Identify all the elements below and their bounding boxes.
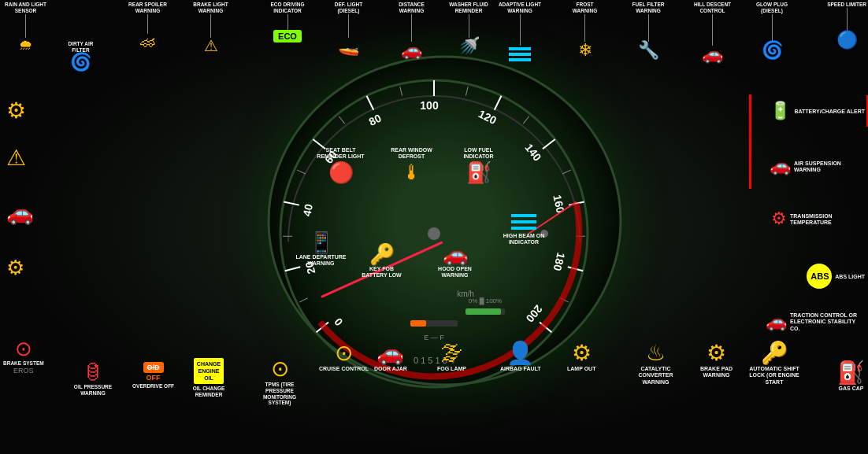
svg-line-30: [562, 169, 571, 173]
fuel-filter-label: FUEL FILTER WARNING 🔧: [625, 0, 672, 59]
gas-cap-indicator: ⛽ GAS CAP: [837, 362, 865, 392]
air-suspension-indicator: 🚗 AIR SUSPENSION WARNING: [770, 157, 865, 175]
svg-text:0% ▓ 100%: 0% ▓ 100%: [469, 297, 502, 305]
door-ajar-indicator: 🚗 DOOR AJAR: [374, 342, 407, 372]
traction-control-indicator: 🚗 TRACTION CONTROL OR ELECTRONIC STABILI…: [766, 311, 865, 332]
def-light-label: DEF. LIGHT (Diesel) 🚤: [327, 0, 370, 55]
catalytic-converter-indicator: ♨ CATALYTIC CONVERTER WARNING: [630, 342, 681, 386]
brake-pad-indicator: ⚙ BRAKE PAD WARNING: [691, 342, 742, 379]
rain-light-sensor-label: RAIN AND LIGHT SENSOR 🌧: [4, 0, 47, 52]
low-fuel-indicator: LOW FUEL INDICATOR ⛽: [453, 146, 504, 183]
battery-alert-indicator: 🔋 BATTERY/CHARGE ALERT: [770, 102, 865, 120]
adaptive-light-label: ADAPTIVE LIGHT WARNING: [496, 0, 543, 63]
red-accent-line: [749, 94, 751, 189]
key-fob-indicator: 🔑 KEY FOB BATTERY LOW: [356, 244, 407, 279]
glow-plug-label: GLOW PLUG (Diesel) 🌀: [748, 0, 796, 59]
svg-rect-50: [511, 227, 536, 230]
cruise-control-indicator: ⊙ CRUISE CONTROL: [319, 342, 369, 372]
svg-line-5: [284, 201, 299, 205]
dashboard: 0 20 40 60 80 100 120 140 160: [0, 0, 868, 454]
lane-departure-indicator: 📱 LANE DEPARTURE WARNING: [295, 232, 347, 268]
frost-warning-label: FROST WARNING ❄: [563, 0, 606, 59]
svg-line-27: [400, 86, 402, 95]
tpms-indicator: ⊙ TPMS (Tire pressure monitoring system): [252, 358, 307, 406]
svg-rect-48: [511, 214, 536, 217]
general-warning-indicator: ⚠: [3, 146, 29, 171]
fog-lamp-indicator: 🌫 FOG LAMP: [437, 342, 466, 372]
svg-text:40: 40: [300, 202, 315, 217]
distance-warning-label: DISTANCE WARNING 🚗: [390, 0, 433, 59]
svg-text:160: 160: [551, 194, 567, 214]
high-beam-indicator: HIGH BEAM ON INDICATOR: [496, 212, 551, 246]
svg-line-26: [339, 116, 345, 123]
svg-point-34: [428, 227, 440, 240]
auto-shift-lock-indicator: 🔑 AUTOMATIC SHIFT LOCK (or Engine Start: [747, 342, 802, 386]
hill-descent-label: HILL DESCENT CONTROL 🚗: [687, 0, 738, 63]
engine-warning-indicator: ⚙: [3, 98, 29, 124]
washer-fluid-label: WASHER FLUID REMINDER 🚿: [445, 0, 492, 55]
svg-rect-45: [509, 47, 531, 50]
svg-text:80: 80: [366, 111, 383, 127]
svg-text:100: 100: [420, 99, 439, 112]
rear-defrost-indicator: REAR WINDOW DEFROST 🌡: [386, 146, 437, 183]
svg-text:200: 200: [524, 302, 545, 324]
svg-text:E — F: E — F: [424, 334, 444, 341]
hood-open-indicator: 🚗 HOOD OPEN WARNING: [429, 244, 480, 279]
svg-line-13: [495, 95, 502, 109]
svg-line-28: [466, 86, 468, 95]
svg-line-29: [523, 116, 529, 123]
svg-text:180: 180: [551, 251, 567, 272]
svg-rect-47: [509, 58, 531, 61]
rear-spoiler-warning-label: REAR SPOILER WARNING 🏎: [126, 0, 169, 50]
svg-rect-37: [410, 320, 426, 327]
svg-text:0: 0: [332, 315, 345, 327]
lamp-out-indicator: ⚙ LAMP OUT: [567, 342, 595, 372]
svg-rect-46: [509, 53, 531, 56]
seat-belt-reminder: SEAT BELT REMINDER LIGHT 🔴: [315, 146, 366, 183]
svg-line-23: [299, 297, 308, 301]
overdrive-off-indicator: O/D OFF OVERDRIVE OFF: [132, 362, 174, 389]
svg-line-9: [367, 95, 374, 109]
airbag-fault-indicator: 👤 AIRBAG FAULT: [500, 342, 541, 372]
car-body-indicator: 🚗: [3, 201, 37, 226]
suspension-indicator: ⚙: [3, 256, 28, 279]
svg-rect-40: [466, 308, 501, 315]
change-engine-oil-indicator: CHANGEENGINEOIL OIL CHANGE REMINDER: [185, 358, 232, 398]
oil-pressure-indicator: 🛢 OIL PRESSURE WARNING: [69, 362, 117, 397]
dirty-air-filter-indicator: DIRTY AIR FILTER 🌀: [59, 39, 102, 71]
eco-driving-label: ECO DRIVING INDICATOR ECO: [264, 0, 311, 42]
svg-text:140: 140: [522, 141, 543, 163]
brake-system-indicator: ⊙ BRAKE SYSTEM EROS: [3, 338, 44, 375]
transmission-temp-indicator: ⚙ TRANSMISSION TEMPERATURE: [771, 210, 865, 227]
abs-light-indicator: ABS ABS LIGHT: [807, 264, 865, 289]
speed-limiter-label: SPEED LIMITER 🔵: [827, 0, 866, 49]
brake-light-warning-label: BRAKE LIGHT WARNING ⚠: [189, 0, 232, 54]
svg-line-25: [297, 169, 306, 173]
svg-rect-49: [511, 220, 536, 223]
svg-line-15: [543, 138, 555, 148]
